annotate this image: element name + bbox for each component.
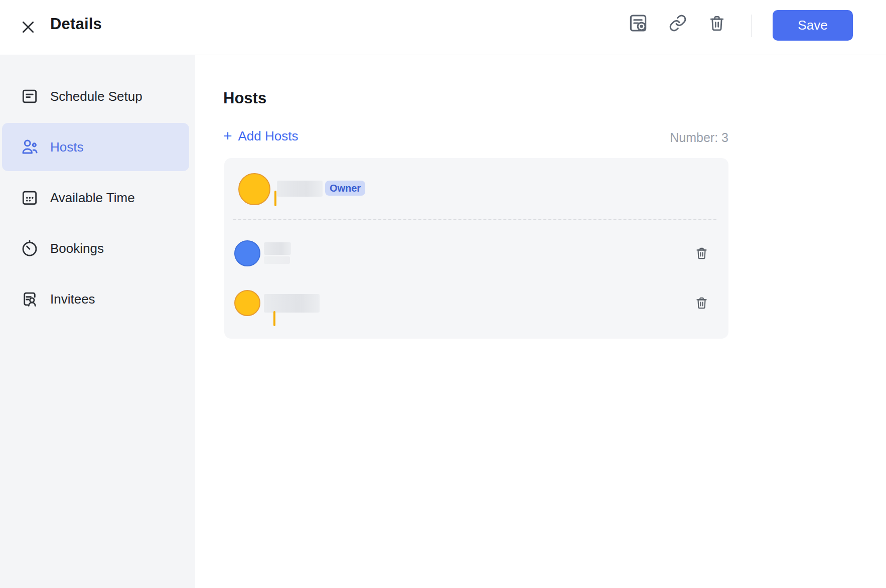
- host-count: Number: 3: [670, 130, 728, 145]
- sidebar-item-label: Bookings: [50, 241, 104, 256]
- sidebar-item-bookings[interactable]: Bookings: [2, 224, 189, 272]
- sidebar-item-label: Hosts: [50, 139, 83, 155]
- calendar-icon: [20, 188, 39, 207]
- sidebar-item-label: Available Time: [50, 190, 135, 206]
- close-icon[interactable]: [18, 17, 38, 37]
- trash-icon[interactable]: [707, 14, 726, 33]
- cursor-mark: [273, 311, 275, 326]
- sidebar-item-schedule-setup[interactable]: Schedule Setup: [2, 72, 189, 120]
- plus-icon: +: [223, 128, 232, 143]
- users-icon: [20, 137, 39, 157]
- avatar: [238, 173, 270, 205]
- sidebar-item-available-time[interactable]: Available Time: [2, 174, 189, 222]
- redacted-host-name: [264, 256, 290, 264]
- stopwatch-icon: [20, 239, 39, 258]
- sidebar-item-hosts[interactable]: Hosts: [2, 123, 189, 171]
- add-hosts-button[interactable]: + Add Hosts: [223, 128, 298, 144]
- header: Details Save: [0, 0, 886, 55]
- redacted-host-name: [264, 294, 320, 313]
- delete-host-icon[interactable]: [694, 295, 709, 310]
- hosts-card: Owner: [224, 158, 728, 339]
- cursor-mark: [274, 191, 276, 206]
- redacted-host-name: [264, 242, 291, 255]
- row-separator: [233, 219, 716, 220]
- owner-badge: Owner: [325, 181, 365, 196]
- section-title: Hosts: [223, 89, 266, 107]
- sidebar: Schedule Setup Hosts Available Time Book…: [0, 55, 195, 588]
- avatar: [234, 290, 260, 316]
- add-hosts-label: Add Hosts: [238, 128, 299, 144]
- sidebar-item-label: Schedule Setup: [50, 89, 142, 104]
- sidebar-item-invitees[interactable]: Invitees: [2, 275, 189, 323]
- save-button[interactable]: Save: [773, 10, 853, 41]
- page-title: Details: [50, 15, 102, 33]
- redacted-host-name: [277, 181, 323, 197]
- form-icon: [20, 87, 39, 106]
- link-icon[interactable]: [669, 14, 687, 32]
- form-preview-icon[interactable]: [627, 12, 649, 34]
- delete-host-icon[interactable]: [694, 245, 709, 260]
- invitee-card-icon: [20, 289, 39, 309]
- sidebar-item-label: Invitees: [50, 291, 95, 307]
- avatar: [234, 240, 260, 266]
- header-divider: [751, 15, 752, 37]
